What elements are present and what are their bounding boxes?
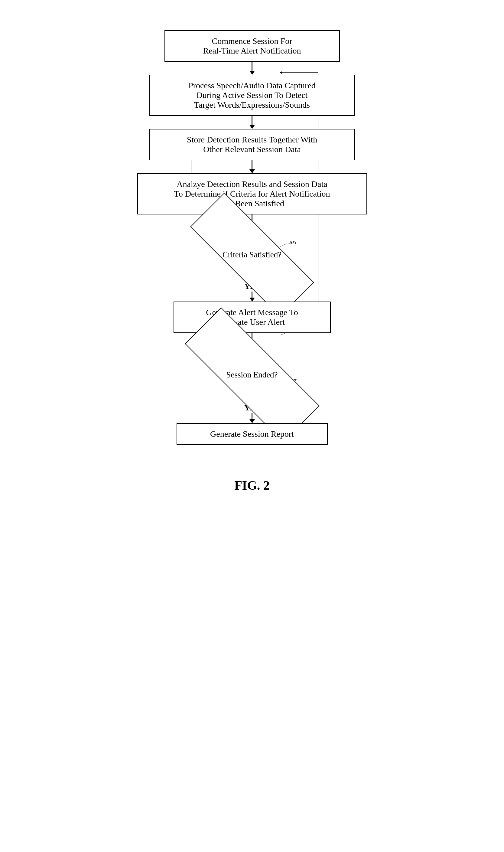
arrow-206-207-head [249,419,255,423]
node-201-label: Process Speech/Audio Data CapturedDuring… [188,81,316,109]
node-207-label: Generate Session Report [210,429,294,439]
node-204-wrapper: Criteria Satisfied? [180,228,325,282]
node-205: Generate Alert Message ToActivate User A… [174,302,331,333]
arrow-201-202-line [252,116,252,125]
arrow-206-207-line [252,413,252,419]
arrow-204-205-line [252,291,252,298]
arrow-200-201-line [252,62,252,71]
node-200-label: Commence Session ForReal-Time Alert Noti… [203,36,301,55]
node-200: Commence Session ForReal-Time Alert Noti… [164,30,340,62]
node-206-wrapper: Session Ended? [174,346,331,404]
node-202-label: Store Detection Results Together WithOth… [187,135,317,154]
arrow-200-201-head [249,71,255,75]
arrow-204-205-head [249,298,255,302]
flow-inner: Commence Session ForReal-Time Alert Noti… [86,18,418,460]
node-203-label: Analzye Detection Results and Session Da… [174,179,330,208]
node-201: Process Speech/Audio Data CapturedDuring… [149,75,355,116]
node-202: Store Detection Results Together WithOth… [149,129,355,160]
arrow-202-203-head [249,170,255,173]
flowchart: NO NO 200 201 202 203 204 205 206 207 [86,18,418,460]
arrow-202-203-line [252,160,252,170]
figure-caption: FIG. 2 [234,478,270,493]
arrow-201-202-head [249,125,255,129]
node-203: Analzye Detection Results and Session Da… [137,173,367,214]
node-207: Generate Session Report [177,423,328,445]
